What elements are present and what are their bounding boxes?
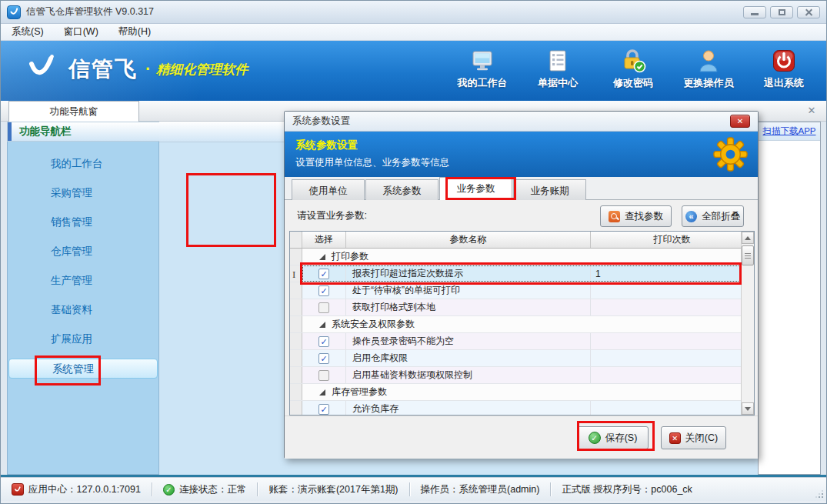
- checkbox[interactable]: [318, 269, 329, 279]
- action-my-workbench[interactable]: 我的工作台: [451, 47, 514, 90]
- tab-business-period[interactable]: 业务账期: [513, 179, 586, 202]
- dialog-tabs: 使用单位 系统参数 业务参数 业务账期: [285, 177, 758, 200]
- tab-company-info[interactable]: 使用单位: [292, 179, 365, 202]
- close-button[interactable]: [797, 6, 820, 18]
- app-download-header: 扫描下载APP: [759, 122, 820, 141]
- collapse-triangle-icon[interactable]: [319, 322, 325, 328]
- app-center-icon: [12, 483, 24, 496]
- panel-close-icon[interactable]: [806, 105, 817, 116]
- maximize-button[interactable]: [770, 6, 793, 18]
- group-label: 系统安全及权限参数: [332, 318, 415, 331]
- menu-system[interactable]: 系统(S): [12, 25, 44, 38]
- nav-panel-title: 功能导航栏: [19, 125, 72, 139]
- window-title: 信管飞仓库管理软件 V9.0.317: [26, 5, 154, 18]
- table-row[interactable]: 获取打印格式到本地: [290, 299, 754, 316]
- gear-icon: [712, 136, 749, 172]
- param-name: 处于“待审核”的单据可打印: [346, 282, 591, 299]
- checkbox[interactable]: [318, 404, 329, 415]
- param-name: 报表打印超过指定次数提示: [346, 265, 591, 282]
- sidebar-item-basic-data[interactable]: 基础资料: [8, 300, 158, 320]
- status-account: 账套：演示账套(2017年第1期): [268, 483, 398, 496]
- minimize-button[interactable]: [743, 6, 766, 18]
- action-switch-operator[interactable]: 更换操作员: [677, 47, 740, 90]
- collapse-triangle-icon[interactable]: [319, 254, 325, 260]
- scroll-up-icon[interactable]: [742, 232, 754, 244]
- scan-download-app-link[interactable]: 扫描下载APP: [762, 125, 815, 137]
- action-document-center[interactable]: 单据中心: [526, 47, 589, 90]
- tab-business-params[interactable]: 业务参数: [439, 177, 512, 200]
- table-row[interactable]: 处于“待审核”的单据可打印: [290, 282, 754, 299]
- brand-logo: 信管飞 · 精细化管理软件: [25, 53, 248, 85]
- checkbox[interactable]: [318, 336, 329, 347]
- status-bar: 应用中心：127.0.0.1:7091 连接状态：正常 账套：演示账套(2017…: [1, 477, 826, 501]
- menu-help[interactable]: 帮助(H): [118, 25, 151, 38]
- column-header-name[interactable]: 参数名称: [346, 232, 591, 248]
- scrollbar-thumb[interactable]: [742, 245, 754, 265]
- scroll-down-icon[interactable]: [742, 402, 754, 415]
- brand-dot: ·: [145, 59, 151, 79]
- group-label: 库存管理参数: [332, 386, 387, 399]
- param-name: 操作员登录密码不能为空: [346, 333, 591, 349]
- save-button[interactable]: 保存(S): [577, 426, 649, 449]
- sidebar-item-purchase[interactable]: 采购管理: [8, 183, 158, 203]
- lock-icon: [620, 47, 646, 73]
- monitor-icon: [470, 47, 495, 73]
- table-row[interactable]: 操作员登录密码不能为空: [290, 333, 754, 350]
- brand-name: 信管飞: [68, 55, 138, 84]
- close-x-icon: [669, 432, 681, 444]
- sidebar-item-sales[interactable]: 销售管理: [8, 212, 158, 232]
- param-value[interactable]: [591, 401, 754, 416]
- close-dialog-button[interactable]: 关闭(C): [661, 426, 726, 449]
- sidebar: 我的工作台 采购管理 销售管理 仓库管理 生产管理 基础资料 扩展应用 系统管理: [7, 142, 159, 475]
- dialog-footer: 保存(S) 关闭(C): [285, 416, 758, 459]
- checkbox[interactable]: [318, 353, 329, 364]
- table-group-row[interactable]: 库存管理参数: [290, 384, 754, 401]
- tab-system-params[interactable]: 系统参数: [365, 179, 439, 202]
- dialog-close-button[interactable]: [730, 115, 750, 128]
- column-header-select[interactable]: 选择: [302, 232, 346, 248]
- param-value[interactable]: [591, 282, 754, 299]
- action-change-password[interactable]: 修改密码: [602, 47, 665, 90]
- menubar: 系统(S) 窗口(W) 帮助(H): [1, 24, 826, 41]
- table-group-row[interactable]: 系统安全及权限参数: [290, 316, 754, 333]
- param-name: 允许负库存: [346, 401, 591, 416]
- collapse-triangle-icon[interactable]: [319, 389, 325, 396]
- checkbox[interactable]: [318, 302, 329, 313]
- checkbox[interactable]: [318, 370, 329, 381]
- brand-slogan: 精细化管理软件: [156, 61, 248, 78]
- table-row[interactable]: 启用仓库权限: [290, 350, 754, 367]
- connection-ok-icon: [163, 484, 175, 496]
- power-icon: [772, 47, 796, 73]
- banner-actions: 我的工作台 单据中心 修改密码 更换操作员: [451, 47, 815, 90]
- param-value[interactable]: [591, 333, 754, 349]
- params-table: 选择 参数名称 打印次数 打印参数 报表打印超过指定次数提示 1 处于“待审核”…: [289, 231, 755, 416]
- resize-grip[interactable]: [815, 490, 823, 498]
- checkbox[interactable]: [318, 285, 329, 296]
- sidebar-item-warehouse[interactable]: 仓库管理: [8, 242, 158, 262]
- table-row[interactable]: 允许负库存: [290, 401, 754, 416]
- dialog-title: 系统参数设置: [292, 115, 350, 128]
- table-row[interactable]: 报表打印超过指定次数提示 1: [290, 265, 754, 282]
- dialog-header-subtitle: 设置使用单位信息、业务参数等信息: [295, 156, 449, 169]
- sidebar-item-extensions[interactable]: 扩展应用: [8, 329, 158, 349]
- sidebar-item-production[interactable]: 生产管理: [8, 271, 158, 291]
- tab-nav-window[interactable]: 功能导航窗: [8, 101, 139, 122]
- find-params-button[interactable]: 查找参数: [600, 205, 672, 227]
- table-row[interactable]: 启用基础资料数据项权限控制: [290, 367, 754, 384]
- param-value[interactable]: [591, 367, 754, 383]
- vertical-scrollbar[interactable]: [741, 232, 754, 415]
- param-value[interactable]: [591, 350, 754, 366]
- system-params-dialog: 系统参数设置 系统参数设置 设置使用单位信息、业务参数等信息: [284, 111, 759, 459]
- sidebar-item-my-workbench[interactable]: 我的工作台: [8, 154, 158, 174]
- param-value[interactable]: [591, 299, 754, 315]
- collapse-all-button[interactable]: 全部折叠: [682, 205, 744, 227]
- table-group-row[interactable]: 打印参数: [290, 249, 754, 265]
- params-prompt: 请设置业务参数:: [297, 209, 367, 222]
- action-exit-system[interactable]: 退出系统: [752, 47, 815, 90]
- menu-window[interactable]: 窗口(W): [64, 25, 98, 38]
- column-header-value[interactable]: 打印次数: [591, 232, 754, 248]
- save-check-icon: [589, 432, 601, 444]
- sidebar-item-system-mgmt[interactable]: 系统管理: [8, 359, 158, 379]
- param-value[interactable]: 1: [591, 265, 754, 282]
- banner: 信管飞 · 精细化管理软件 我的工作台 单据中心 修改密码: [1, 41, 826, 101]
